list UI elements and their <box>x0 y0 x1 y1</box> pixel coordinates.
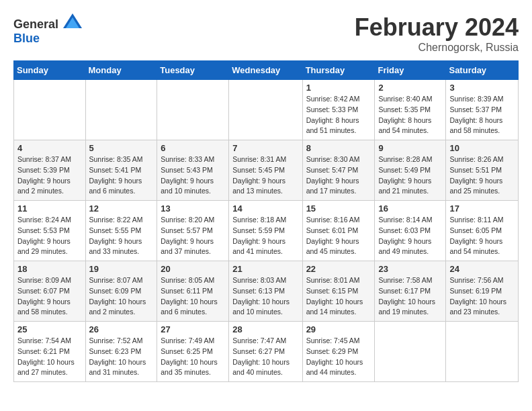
day-number: 6 <box>161 143 225 153</box>
calendar-cell: 21Sunrise: 8:03 AM Sunset: 6:13 PM Dayli… <box>229 261 302 322</box>
day-number: 22 <box>306 264 371 274</box>
day-info: Sunrise: 8:01 AM Sunset: 6:15 PM Dayligh… <box>306 275 371 318</box>
day-info: Sunrise: 7:45 AM Sunset: 6:29 PM Dayligh… <box>306 336 371 378</box>
calendar-cell <box>85 80 157 140</box>
calendar-cell: 6Sunrise: 8:33 AM Sunset: 5:43 PM Daylig… <box>157 140 229 201</box>
day-info: Sunrise: 8:09 AM Sunset: 6:07 PM Dayligh… <box>17 275 82 318</box>
calendar-cell: 16Sunrise: 8:14 AM Sunset: 6:03 PM Dayli… <box>375 201 446 261</box>
day-number: 11 <box>17 203 82 214</box>
day-number: 27 <box>161 324 225 334</box>
day-info: Sunrise: 8:31 AM Sunset: 5:45 PM Dayligh… <box>232 154 298 197</box>
day-info: Sunrise: 7:56 AM Sunset: 6:19 PM Dayligh… <box>449 275 515 318</box>
week-row-1: 1Sunrise: 8:42 AM Sunset: 5:33 PM Daylig… <box>14 80 519 140</box>
calendar-cell: 19Sunrise: 8:07 AM Sunset: 6:09 PM Dayli… <box>85 261 157 322</box>
day-number: 18 <box>17 264 82 274</box>
day-number: 14 <box>232 203 298 214</box>
calendar-cell: 24Sunrise: 7:56 AM Sunset: 6:19 PM Dayli… <box>446 261 519 322</box>
day-number: 21 <box>232 264 298 274</box>
day-info: Sunrise: 8:37 AM Sunset: 5:39 PM Dayligh… <box>17 154 82 197</box>
day-info: Sunrise: 8:22 AM Sunset: 5:55 PM Dayligh… <box>89 215 154 257</box>
page-header: General Blue February 2024 Chernogorsk, … <box>13 13 519 54</box>
calendar-cell: 3Sunrise: 8:39 AM Sunset: 5:37 PM Daylig… <box>446 80 519 140</box>
day-info: Sunrise: 8:14 AM Sunset: 6:03 PM Dayligh… <box>378 215 442 257</box>
weekday-header-thursday: Thursday <box>302 61 375 80</box>
calendar-cell <box>446 322 519 382</box>
day-number: 25 <box>17 324 82 334</box>
calendar-cell: 26Sunrise: 7:52 AM Sunset: 6:23 PM Dayli… <box>85 322 157 382</box>
title-block: February 2024 Chernogorsk, Russia <box>355 13 519 54</box>
logo-general: General <box>13 17 58 31</box>
calendar-cell: 27Sunrise: 7:49 AM Sunset: 6:25 PM Dayli… <box>157 322 229 382</box>
day-number: 28 <box>232 324 298 334</box>
calendar-cell <box>14 80 86 140</box>
calendar-cell: 20Sunrise: 8:05 AM Sunset: 6:11 PM Dayli… <box>157 261 229 322</box>
day-number: 8 <box>306 143 371 153</box>
weekday-header-tuesday: Tuesday <box>157 61 229 80</box>
day-number: 9 <box>378 143 442 153</box>
day-info: Sunrise: 7:54 AM Sunset: 6:21 PM Dayligh… <box>17 336 82 378</box>
day-info: Sunrise: 8:18 AM Sunset: 5:59 PM Dayligh… <box>232 215 298 257</box>
calendar-cell <box>375 322 446 382</box>
calendar-cell: 14Sunrise: 8:18 AM Sunset: 5:59 PM Dayli… <box>229 201 302 261</box>
calendar-cell <box>157 80 229 140</box>
logo: General Blue <box>13 13 82 46</box>
logo-icon <box>63 13 82 28</box>
day-number: 3 <box>449 83 515 93</box>
day-info: Sunrise: 7:47 AM Sunset: 6:27 PM Dayligh… <box>232 336 298 378</box>
day-number: 12 <box>89 203 154 214</box>
calendar-cell: 29Sunrise: 7:45 AM Sunset: 6:29 PM Dayli… <box>302 322 375 382</box>
calendar-cell: 9Sunrise: 8:28 AM Sunset: 5:49 PM Daylig… <box>375 140 446 201</box>
logo-blue: Blue <box>13 32 40 45</box>
calendar-cell: 12Sunrise: 8:22 AM Sunset: 5:55 PM Dayli… <box>85 201 157 261</box>
day-number: 26 <box>89 324 154 334</box>
day-info: Sunrise: 8:35 AM Sunset: 5:41 PM Dayligh… <box>89 154 154 197</box>
calendar-cell: 22Sunrise: 8:01 AM Sunset: 6:15 PM Dayli… <box>302 261 375 322</box>
day-number: 20 <box>161 264 225 274</box>
calendar-cell: 5Sunrise: 8:35 AM Sunset: 5:41 PM Daylig… <box>85 140 157 201</box>
week-row-4: 18Sunrise: 8:09 AM Sunset: 6:07 PM Dayli… <box>14 261 519 322</box>
month-title: February 2024 <box>355 13 519 42</box>
week-row-3: 11Sunrise: 8:24 AM Sunset: 5:53 PM Dayli… <box>14 201 519 261</box>
calendar-cell: 2Sunrise: 8:40 AM Sunset: 5:35 PM Daylig… <box>375 80 446 140</box>
calendar-cell: 7Sunrise: 8:31 AM Sunset: 5:45 PM Daylig… <box>229 140 302 201</box>
day-info: Sunrise: 8:03 AM Sunset: 6:13 PM Dayligh… <box>232 275 298 318</box>
day-info: Sunrise: 8:28 AM Sunset: 5:49 PM Dayligh… <box>378 154 442 197</box>
day-info: Sunrise: 8:16 AM Sunset: 6:01 PM Dayligh… <box>306 215 371 257</box>
day-number: 7 <box>232 143 298 153</box>
weekday-header-wednesday: Wednesday <box>229 61 302 80</box>
calendar-cell: 17Sunrise: 8:11 AM Sunset: 6:05 PM Dayli… <box>446 201 519 261</box>
weekday-header-monday: Monday <box>85 61 157 80</box>
day-number: 23 <box>378 264 442 274</box>
calendar-cell: 1Sunrise: 8:42 AM Sunset: 5:33 PM Daylig… <box>302 80 375 140</box>
calendar-cell: 11Sunrise: 8:24 AM Sunset: 5:53 PM Dayli… <box>14 201 86 261</box>
calendar-cell: 8Sunrise: 8:30 AM Sunset: 5:47 PM Daylig… <box>302 140 375 201</box>
day-info: Sunrise: 7:49 AM Sunset: 6:25 PM Dayligh… <box>161 336 225 378</box>
day-info: Sunrise: 8:24 AM Sunset: 5:53 PM Dayligh… <box>17 215 82 257</box>
day-number: 17 <box>449 203 515 214</box>
week-row-5: 25Sunrise: 7:54 AM Sunset: 6:21 PM Dayli… <box>14 322 519 382</box>
day-info: Sunrise: 7:52 AM Sunset: 6:23 PM Dayligh… <box>89 336 154 378</box>
day-number: 16 <box>378 203 442 214</box>
day-info: Sunrise: 8:07 AM Sunset: 6:09 PM Dayligh… <box>89 275 154 318</box>
day-info: Sunrise: 8:33 AM Sunset: 5:43 PM Dayligh… <box>161 154 225 197</box>
day-number: 4 <box>17 143 82 153</box>
day-number: 5 <box>89 143 154 153</box>
calendar-table: SundayMondayTuesdayWednesdayThursdayFrid… <box>13 60 519 382</box>
calendar-cell: 23Sunrise: 7:58 AM Sunset: 6:17 PM Dayli… <box>375 261 446 322</box>
day-number: 13 <box>161 203 225 214</box>
day-number: 24 <box>449 264 515 274</box>
day-info: Sunrise: 8:20 AM Sunset: 5:57 PM Dayligh… <box>161 215 225 257</box>
calendar-cell: 28Sunrise: 7:47 AM Sunset: 6:27 PM Dayli… <box>229 322 302 382</box>
day-info: Sunrise: 8:39 AM Sunset: 5:37 PM Dayligh… <box>449 94 515 136</box>
calendar-cell: 25Sunrise: 7:54 AM Sunset: 6:21 PM Dayli… <box>14 322 86 382</box>
calendar-cell: 18Sunrise: 8:09 AM Sunset: 6:07 PM Dayli… <box>14 261 86 322</box>
calendar-cell <box>229 80 302 140</box>
day-info: Sunrise: 8:30 AM Sunset: 5:47 PM Dayligh… <box>306 154 371 197</box>
day-number: 29 <box>306 324 371 334</box>
location-title: Chernogorsk, Russia <box>355 42 519 54</box>
day-number: 1 <box>306 83 371 93</box>
day-info: Sunrise: 8:40 AM Sunset: 5:35 PM Dayligh… <box>378 94 442 136</box>
day-number: 10 <box>449 143 515 153</box>
day-info: Sunrise: 8:26 AM Sunset: 5:51 PM Dayligh… <box>449 154 515 197</box>
week-row-2: 4Sunrise: 8:37 AM Sunset: 5:39 PM Daylig… <box>14 140 519 201</box>
